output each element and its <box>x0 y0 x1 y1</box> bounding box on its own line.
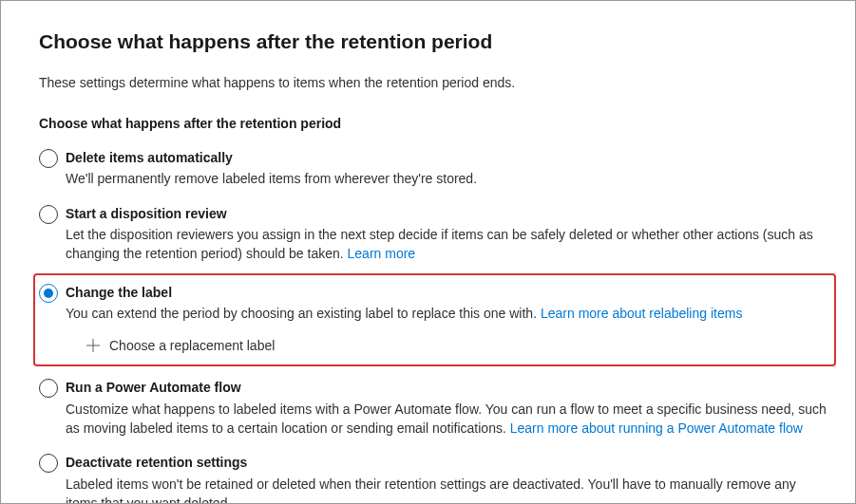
option-delete-desc: We'll permanently remove labeled items f… <box>66 169 827 188</box>
option-disposition-review[interactable]: Start a disposition review Let the dispo… <box>39 198 827 273</box>
option-change-label-desc-text: You can extend the period by choosing an… <box>66 306 541 321</box>
option-change-label[interactable]: Change the label You can extend the peri… <box>33 273 836 367</box>
option-power-automate[interactable]: Run a Power Automate flow Customize what… <box>39 372 827 447</box>
option-deactivate[interactable]: Deactivate retention settings Labeled it… <box>39 447 827 504</box>
retention-options: Delete items automatically We'll permane… <box>39 142 827 504</box>
radio-change-label[interactable] <box>39 284 58 303</box>
radio-disposition-review[interactable] <box>39 205 58 224</box>
choose-replacement-button[interactable]: Choose a replacement label <box>85 336 827 355</box>
option-delete-automatically[interactable]: Delete items automatically We'll permane… <box>39 142 827 198</box>
option-delete-title: Delete items automatically <box>66 148 827 167</box>
option-disposition-desc: Let the disposition reviewers you assign… <box>66 225 827 264</box>
page-subtitle: These settings determine what happens to… <box>39 73 827 92</box>
option-deactivate-desc: Labeled items won't be retained or delet… <box>66 475 827 504</box>
option-deactivate-title: Deactivate retention settings <box>66 453 827 472</box>
radio-delete-automatically[interactable] <box>39 149 58 168</box>
option-disposition-desc-text: Let the disposition reviewers you assign… <box>66 227 813 261</box>
option-change-label-title: Change the label <box>66 283 827 302</box>
option-disposition-title: Start a disposition review <box>66 204 827 223</box>
link-relabeling-learn-more[interactable]: Learn more about relabeling items <box>541 306 742 321</box>
radio-power-automate[interactable] <box>39 379 58 398</box>
link-power-automate-learn-more[interactable]: Learn more about running a Power Automat… <box>510 420 803 436</box>
option-power-automate-title: Run a Power Automate flow <box>66 378 827 397</box>
link-disposition-learn-more[interactable]: Learn more <box>348 246 416 261</box>
section-label: Choose what happens after the retention … <box>39 114 827 133</box>
choose-replacement-label: Choose a replacement label <box>109 336 275 355</box>
plus-icon <box>85 337 102 354</box>
radio-deactivate[interactable] <box>39 454 58 473</box>
option-power-automate-desc: Customize what happens to labeled items … <box>66 400 827 439</box>
page-title: Choose what happens after the retention … <box>39 28 827 56</box>
option-change-label-desc: You can extend the period by choosing an… <box>66 304 827 323</box>
